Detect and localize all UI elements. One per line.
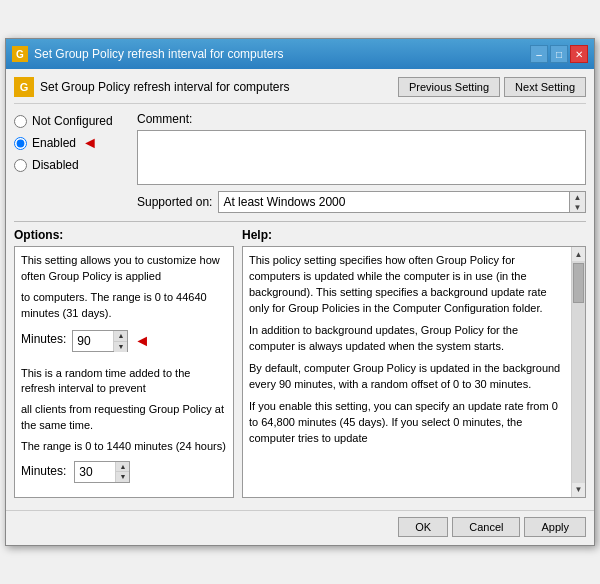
apply-button[interactable]: Apply [524, 517, 586, 537]
minutes1-arrow: ◄ [134, 330, 150, 352]
comment-label: Comment: [137, 112, 586, 126]
minutes1-row: Minutes: [21, 331, 66, 348]
minutes2-label: Minutes: [21, 463, 66, 480]
settings-area: Not Configured Enabled ◄ Disabled Commen… [14, 112, 586, 185]
disabled-label: Disabled [32, 158, 79, 172]
minutes1-input[interactable] [73, 331, 113, 351]
help-scrollbar: ▲ ▼ [571, 247, 585, 496]
help-scroll-track [572, 261, 585, 482]
header-title: Set Group Policy refresh interval for co… [40, 80, 289, 94]
not-configured-option[interactable]: Not Configured [14, 114, 129, 128]
enabled-option[interactable]: Enabled [14, 136, 76, 150]
ok-button[interactable]: OK [398, 517, 448, 537]
cancel-button[interactable]: Cancel [452, 517, 520, 537]
footer: OK Cancel Apply [6, 510, 594, 545]
supported-value-box: At least Windows 2000 ▲ ▼ [218, 191, 586, 213]
enabled-radio[interactable] [14, 137, 27, 150]
scroll-up-arrow[interactable]: ▲ [570, 192, 585, 202]
options-text2: to computers. The range is 0 to 44640 mi… [21, 290, 227, 321]
options-text1: This setting allows you to customize how… [21, 253, 227, 284]
minutes2-up[interactable]: ▲ [116, 462, 129, 473]
minutes2-arrows: ▲ ▼ [115, 462, 129, 482]
options-text4: all clients from requesting Group Policy… [21, 402, 227, 433]
help-column: Help: This policy setting specifies how … [242, 228, 586, 497]
minutes1-label: Minutes: [21, 331, 66, 348]
disabled-radio[interactable] [14, 159, 27, 172]
minutes1-arrows: ▲ ▼ [113, 331, 127, 351]
not-configured-radio[interactable] [14, 115, 27, 128]
radio-group: Not Configured Enabled ◄ Disabled [14, 112, 129, 185]
minutes2-input[interactable] [75, 462, 115, 482]
minutes2-row: Minutes: ▲ ▼ [21, 461, 227, 483]
nav-buttons: Previous Setting Next Setting [398, 77, 586, 97]
previous-setting-button[interactable]: Previous Setting [398, 77, 500, 97]
help-text2: In addition to background updates, Group… [249, 323, 563, 355]
title-bar: G Set Group Policy refresh interval for … [6, 39, 594, 69]
supported-label: Supported on: [137, 195, 212, 209]
header-row: G Set Group Policy refresh interval for … [14, 77, 586, 104]
help-scroll-up[interactable]: ▲ [572, 247, 585, 261]
comment-section: Comment: [137, 112, 586, 185]
window-title: Set Group Policy refresh interval for co… [34, 47, 283, 61]
main-window: G Set Group Policy refresh interval for … [5, 38, 595, 545]
maximize-button[interactable]: □ [550, 45, 568, 63]
help-header: Help: [242, 228, 586, 242]
enabled-arrow: ◄ [82, 134, 98, 152]
two-column-area: Options: This setting allows you to cust… [14, 228, 586, 497]
comment-textarea[interactable] [137, 130, 586, 185]
minutes1-down[interactable]: ▼ [114, 342, 127, 352]
help-scroll-down[interactable]: ▼ [572, 483, 585, 497]
divider [14, 221, 586, 222]
title-icon: G [12, 46, 28, 62]
minutes2-down[interactable]: ▼ [116, 472, 129, 482]
window-controls: – □ ✕ [530, 45, 588, 63]
help-scroll-thumb[interactable] [573, 263, 584, 303]
options-column: Options: This setting allows you to cust… [14, 228, 234, 497]
enabled-label: Enabled [32, 136, 76, 150]
help-text3: By default, computer Group Policy is upd… [249, 361, 563, 393]
header-icon: G [14, 77, 34, 97]
supported-scrollbar: ▲ ▼ [569, 192, 585, 212]
options-header: Options: [14, 228, 234, 242]
help-text4: If you enable this setting, you can spec… [249, 399, 563, 447]
not-configured-label: Not Configured [32, 114, 113, 128]
next-setting-button[interactable]: Next Setting [504, 77, 586, 97]
content-area: G Set Group Policy refresh interval for … [6, 69, 594, 505]
minutes1-spinner[interactable]: ▲ ▼ [72, 330, 128, 352]
supported-value: At least Windows 2000 [223, 195, 345, 209]
minutes1-up[interactable]: ▲ [114, 331, 127, 342]
close-button[interactable]: ✕ [570, 45, 588, 63]
disabled-option[interactable]: Disabled [14, 158, 129, 172]
supported-row: Supported on: At least Windows 2000 ▲ ▼ [14, 191, 586, 213]
help-box: This policy setting specifies how often … [242, 246, 586, 497]
minutes2-spinner[interactable]: ▲ ▼ [74, 461, 130, 483]
options-text5: The range is 0 to 1440 minutes (24 hours… [21, 439, 227, 454]
options-text3: This is a random time added to the refre… [21, 366, 227, 397]
options-box: This setting allows you to customize how… [14, 246, 234, 497]
minimize-button[interactable]: – [530, 45, 548, 63]
help-text1: This policy setting specifies how often … [249, 253, 563, 317]
scroll-down-arrow[interactable]: ▼ [570, 202, 585, 212]
